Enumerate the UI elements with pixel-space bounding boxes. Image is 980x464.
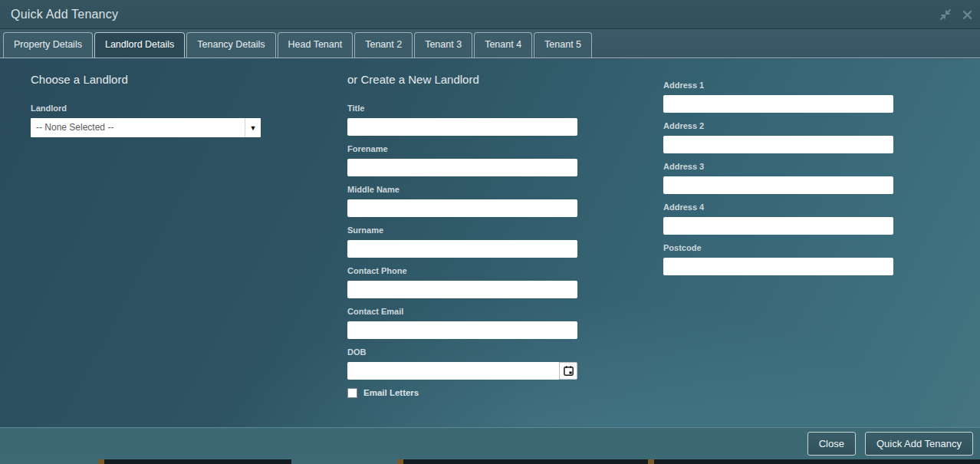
postcode-label: Postcode [663, 243, 895, 252]
landlord-select[interactable]: -- None Selected -- ▼ [31, 118, 261, 137]
postcode-field[interactable] [663, 258, 893, 275]
chevron-down-icon[interactable]: ▼ [245, 118, 261, 137]
tab-bar: Property Details Landlord Details Tenanc… [0, 29, 980, 58]
address-1-label: Address 1 [663, 81, 895, 90]
contact-email-label: Contact Email [347, 307, 579, 316]
address-2-field[interactable] [663, 136, 893, 153]
email-letters-row: Email Letters [347, 388, 579, 398]
dialog-title: Quick Add Tenancy [11, 0, 118, 28]
tab-tenant-5[interactable]: Tenant 5 [534, 32, 592, 58]
choose-landlord-section: Choose a Landlord Landlord -- None Selec… [31, 73, 262, 146]
contact-phone-label: Contact Phone [347, 266, 579, 275]
tab-landlord-details[interactable]: Landlord Details [94, 32, 185, 58]
surname-field[interactable] [347, 240, 577, 258]
create-landlord-heading: or Create a New Landlord [347, 73, 579, 86]
close-icon[interactable] [960, 8, 974, 21]
address-3-label: Address 3 [663, 162, 895, 171]
address-4-field[interactable] [663, 217, 893, 235]
dialog-titlebar: Quick Add Tenancy [0, 0, 980, 29]
forename-field[interactable] [347, 159, 577, 176]
dob-field[interactable] [347, 362, 559, 380]
create-landlord-section: or Create a New Landlord Title Forename … [347, 73, 579, 398]
tab-property-details[interactable]: Property Details [3, 32, 93, 58]
surname-label: Surname [347, 225, 579, 235]
email-letters-label: Email Letters [363, 388, 419, 398]
contact-phone-field[interactable] [347, 281, 577, 298]
quick-add-tenancy-button[interactable]: Quick Add Tenancy [865, 432, 973, 456]
dob-field-group [347, 362, 577, 380]
calendar-icon[interactable] [559, 362, 577, 380]
landlord-select-value: -- None Selected -- [36, 118, 113, 137]
collapse-icon[interactable] [939, 8, 952, 21]
tab-tenancy-details[interactable]: Tenancy Details [186, 32, 275, 58]
title-field[interactable] [347, 118, 577, 136]
address-section: Address 1 Address 2 Address 3 Address 4 … [663, 81, 895, 284]
address-1-field[interactable] [663, 95, 893, 113]
middle-name-label: Middle Name [347, 185, 579, 194]
dob-label: DOB [347, 347, 579, 357]
contact-email-field[interactable] [347, 321, 577, 339]
landlord-label: Landlord [31, 104, 262, 113]
tab-tenant-2[interactable]: Tenant 2 [354, 32, 413, 58]
address-4-label: Address 4 [663, 202, 895, 212]
tab-tenant-4[interactable]: Tenant 4 [474, 32, 532, 58]
window-controls [939, 0, 974, 29]
background-page-strip [0, 459, 980, 464]
title-label: Title [347, 104, 579, 113]
address-2-label: Address 2 [663, 121, 895, 130]
tab-tenant-3[interactable]: Tenant 3 [414, 32, 472, 58]
landlord-details-panel: Choose a Landlord Landlord -- None Selec… [0, 59, 980, 427]
address-3-field[interactable] [663, 176, 893, 194]
close-button[interactable]: Close [807, 432, 856, 456]
dialog-footer: Close Quick Add Tenancy [0, 427, 980, 459]
email-letters-checkbox[interactable] [347, 388, 357, 398]
forename-label: Forename [347, 144, 579, 153]
middle-name-field[interactable] [347, 199, 577, 217]
choose-landlord-heading: Choose a Landlord [31, 73, 262, 86]
tab-head-tenant[interactable]: Head Tenant [278, 32, 354, 58]
